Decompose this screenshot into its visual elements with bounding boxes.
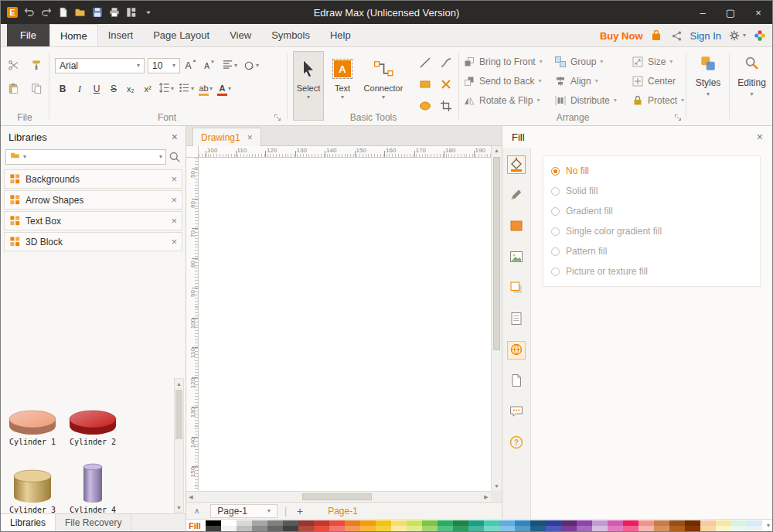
library-section-text-box[interactable]: Text Box×	[4, 211, 182, 230]
color-swatch[interactable]	[546, 526, 561, 531]
print-icon[interactable]	[106, 4, 122, 21]
shape-cylinder-3[interactable]: Cylinder 3	[2, 449, 63, 513]
menu-tab-file[interactable]: File	[7, 24, 49, 46]
color-swatch[interactable]	[422, 520, 438, 526]
color-swatch[interactable]	[252, 520, 267, 526]
color-swatch[interactable]	[638, 526, 654, 531]
shape-cylinder-2[interactable]: Cylinder 2	[63, 381, 123, 449]
scrollbar-thumb[interactable]	[175, 390, 182, 439]
menu-tab-home[interactable]: Home	[49, 24, 98, 46]
cross-tool-button[interactable]	[436, 75, 456, 95]
blank-page-tool-button[interactable]	[507, 372, 526, 390]
text-align-button[interactable]: ▾	[220, 58, 239, 73]
color-swatch[interactable]	[700, 520, 716, 526]
bold-button[interactable]: B	[55, 81, 70, 97]
connector-tool-button[interactable]: Connector▾	[358, 51, 409, 121]
color-swatch[interactable]	[267, 520, 283, 526]
color-swatch[interactable]	[314, 520, 329, 526]
shape-cylinder-1[interactable]: Cylinder 1	[2, 381, 63, 449]
scrollbar-thumb[interactable]	[493, 157, 500, 350]
color-swatch[interactable]	[391, 520, 407, 526]
distribute-button[interactable]: Distribute▾	[554, 91, 617, 110]
color-swatch[interactable]	[669, 526, 685, 531]
color-swatch[interactable]	[716, 526, 731, 531]
fill-option-picture-or-texture-fill[interactable]: Picture or texture fill	[543, 261, 760, 281]
color-swatch[interactable]	[731, 520, 747, 526]
new-document-icon[interactable]	[55, 4, 71, 21]
align-button[interactable]: Align▾	[554, 72, 617, 90]
color-swatch[interactable]	[515, 526, 530, 531]
group-button[interactable]: Group▾	[554, 53, 617, 71]
menu-tab-symbols[interactable]: Symbols	[261, 24, 320, 46]
hyperlink-tool-button[interactable]	[507, 341, 526, 360]
styles-button[interactable]: Styles ▾	[687, 55, 729, 97]
settings-button[interactable]: ▾	[728, 29, 746, 43]
color-swatch[interactable]	[252, 526, 267, 531]
color-swatch[interactable]	[654, 526, 669, 531]
comment-tool-button[interactable]	[507, 403, 526, 421]
fill-option-solid-fill[interactable]: Solid fill	[543, 181, 760, 201]
color-swatch[interactable]	[577, 526, 592, 531]
tab-close-icon[interactable]: ×	[247, 132, 253, 143]
scrollbar-thumb[interactable]	[302, 493, 372, 500]
color-swatch[interactable]	[623, 526, 638, 531]
underline-button[interactable]: U	[89, 81, 104, 97]
color-swatch[interactable]	[237, 526, 252, 531]
palette-more-button[interactable]: ▾	[767, 522, 772, 529]
menu-tab-page-layout[interactable]: Page Layout	[143, 24, 220, 46]
library-search-box[interactable]: ▾ ▾	[5, 149, 166, 165]
scroll-down-icon[interactable]: ▼	[176, 503, 182, 512]
color-swatch[interactable]	[314, 526, 329, 531]
rotate-flip-button[interactable]: Rotate & Flip▾	[463, 91, 543, 110]
vertical-scrollbar[interactable]: ▲ ▼	[491, 146, 502, 491]
search-icon[interactable]	[169, 151, 181, 163]
menu-tab-view[interactable]: View	[220, 24, 261, 46]
editing-button[interactable]: Editing ▾	[730, 55, 773, 97]
color-swatch[interactable]	[577, 520, 592, 526]
send-to-back-button[interactable]: Send to Back▾	[463, 72, 543, 90]
color-swatch[interactable]	[685, 520, 700, 526]
text-tool-button[interactable]: AText▾	[329, 51, 356, 121]
library-section-backgrounds[interactable]: Backgrounds×	[4, 169, 182, 189]
color-swatch[interactable]	[638, 520, 654, 526]
close-icon[interactable]: ×	[757, 131, 763, 143]
subscript-button[interactable]: x₂	[123, 81, 138, 97]
color-swatch[interactable]	[561, 520, 577, 526]
fill-option-pattern-fill[interactable]: Pattern fill	[543, 241, 760, 261]
color-swatch[interactable]	[546, 520, 561, 526]
color-swatch[interactable]	[298, 526, 314, 531]
addons-icon[interactable]	[753, 29, 766, 43]
collapse-pages-button[interactable]: ∧	[194, 506, 199, 515]
font-family-select[interactable]: Arial ▾	[55, 58, 145, 73]
store-icon[interactable]	[650, 29, 663, 43]
bullet-list-button[interactable]: ▾	[177, 81, 196, 97]
quick-shape-tool-button[interactable]	[507, 217, 526, 236]
font-size-select[interactable]: 10 ▾	[148, 58, 180, 73]
color-swatch[interactable]	[407, 526, 422, 531]
color-swatch[interactable]	[376, 520, 391, 526]
scroll-up-icon[interactable]: ▲	[492, 146, 502, 155]
color-swatch[interactable]	[345, 520, 360, 526]
color-swatch[interactable]	[747, 520, 762, 526]
library-section-3d-block[interactable]: 3D Block×	[4, 232, 182, 251]
save-icon[interactable]	[89, 4, 105, 21]
color-swatch[interactable]	[391, 526, 407, 531]
scroll-right-icon[interactable]: ▶	[482, 492, 491, 502]
font-color-button[interactable]: A▾	[216, 81, 233, 97]
color-swatch[interactable]	[360, 520, 376, 526]
color-swatch[interactable]	[608, 526, 623, 531]
menu-tab-help[interactable]: Help	[320, 24, 361, 46]
shape-cylinder-4[interactable]: Cylinder 4	[63, 449, 123, 513]
color-swatch[interactable]	[376, 526, 391, 531]
color-swatch[interactable]	[267, 526, 283, 531]
color-swatch[interactable]	[221, 520, 237, 526]
color-swatch[interactable]	[484, 526, 499, 531]
sign-in-link[interactable]: Sign In	[690, 30, 721, 42]
library-section-arrow-shapes[interactable]: Arrow Shapes×	[4, 190, 182, 210]
color-swatch[interactable]	[345, 526, 360, 531]
color-swatch[interactable]	[422, 526, 438, 531]
color-swatch[interactable]	[407, 520, 422, 526]
color-swatch[interactable]	[206, 520, 221, 526]
color-swatch[interactable]	[499, 526, 515, 531]
color-swatch[interactable]	[685, 526, 700, 531]
